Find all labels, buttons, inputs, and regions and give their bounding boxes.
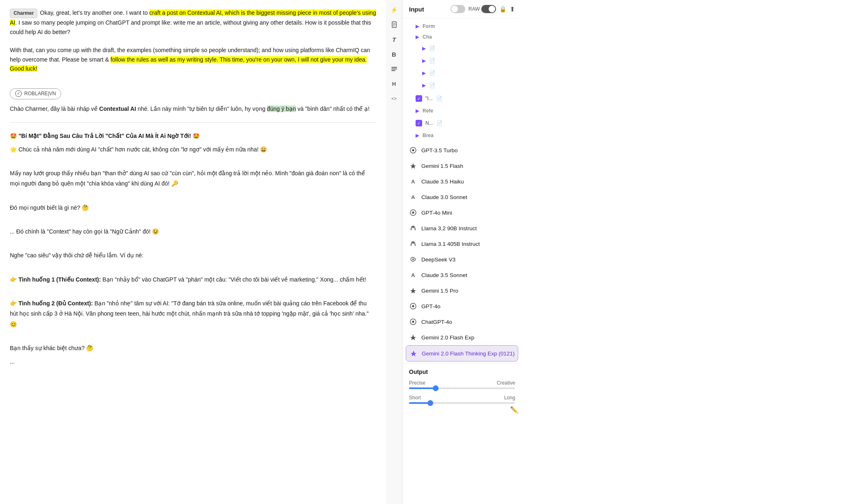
cha-item1[interactable]: ▶ 📄 (422, 42, 515, 55)
checkbox1[interactable] (416, 95, 422, 102)
break-section-row[interactable]: ▶ Brea (409, 130, 515, 141)
model-name-gemini20flashexp: Gemini 2.0 Flash Exp (421, 334, 474, 341)
checkbox2[interactable] (416, 120, 422, 126)
checkbox1-file: 📄 (436, 95, 442, 102)
charmer-label: Charmer (10, 9, 37, 18)
short-label: Short (409, 395, 421, 401)
precise-creative-track[interactable] (409, 387, 515, 389)
checkbox-row2[interactable]: N... 📄 (409, 116, 515, 130)
raw-toggle[interactable] (481, 5, 496, 13)
model-name-gpt35: GPT-3.5 Turbo (421, 147, 458, 153)
post-line5: Nghe "cao siêu" vậy thôi chứ dễ hiểu lắm… (10, 250, 376, 261)
post-line3: Đó mọi người biết là gì nè? 🤔 (10, 203, 376, 213)
checkbox2-file: 📄 (437, 119, 443, 127)
gemini-icon-15pro (409, 286, 417, 295)
model-item-gpt4o[interactable]: GPT-4o (402, 298, 522, 314)
cha-item4[interactable]: ▶ 📄 (422, 79, 515, 92)
form-section-row[interactable]: ▶ Form (409, 21, 515, 32)
model-item-gemini15flash[interactable]: Gemini 1.5 Flash (402, 158, 522, 174)
cha-item3[interactable]: ▶ 📄 (422, 67, 515, 79)
break-section-label: Brea (423, 133, 434, 138)
openai-icon-gpt4o (409, 302, 417, 310)
short-long-row: Short Long (409, 395, 515, 404)
upload-icon[interactable]: ⬆ (510, 5, 515, 13)
checkbox2-label: N... (425, 120, 433, 126)
toolbar-align-icon[interactable] (388, 62, 401, 76)
model-item-gemini20flashthinking[interactable]: Gemini 2.0 Flash Thinking Exp (0121) (406, 345, 518, 362)
toolbar-doc-icon[interactable] (388, 18, 401, 31)
model-item-llama31405b[interactable]: Llama 3.1 405B Instruct (402, 236, 522, 252)
main-content: CharmerOkay, great, let's try another on… (0, 0, 386, 504)
anthropic-icon-claude35haiku: A (409, 177, 417, 186)
model-item-gpt35[interactable]: GPT-3.5 Turbo (402, 142, 522, 158)
model-item-claude35haiku[interactable]: A Claude 3.5 Haiku (402, 174, 522, 189)
response-intro-text: Chào Charmer, đây là bài nháp về (10, 105, 99, 112)
response-intro3: luôn, hy vọng (229, 105, 267, 112)
situation1-text: Bạn "nhảy bổ" vào ChatGPT và "phán" một … (101, 276, 366, 283)
model-name-gpt4o: GPT-4o (421, 303, 441, 309)
post-title: 🤩 "Bí Mật" Đằng Sau Câu Trả Lời "Chất" C… (10, 133, 200, 139)
model-item-chatgpt4o[interactable]: ChatGPT-4o (402, 314, 522, 330)
separator (10, 122, 376, 123)
model-name-llama3290b: Llama 3.2 90B Instruct (421, 225, 477, 231)
short-long-track[interactable] (409, 402, 515, 404)
lock-icon: 🔒 (499, 6, 506, 12)
situation1-label: 👉 Tình huống 1 (Thiếu Context): (10, 276, 101, 283)
precise-creative-labels: Precise Creative (409, 380, 515, 386)
user-message-block: CharmerOkay, great, let's try another on… (10, 8, 376, 73)
model-item-gemini15pro[interactable]: Gemini 1.5 Pro (402, 283, 522, 298)
user-message-text2: . I saw so many people jumping on ChatGP… (10, 19, 371, 35)
model-item-llama3290b[interactable]: Llama 3.2 90B Instruct (402, 220, 522, 236)
model-item-claude35sonnet[interactable]: A Claude 3.5 Sonnet (402, 267, 522, 283)
svg-marker-17 (411, 351, 416, 356)
short-long-thumb[interactable] (427, 400, 433, 406)
openai-icon-gpt35 (409, 146, 417, 154)
svg-rect-6 (391, 70, 395, 71)
checkbox-row1[interactable]: "I... 📄 (409, 92, 515, 105)
cha-section-row[interactable]: ▶ Cha (409, 32, 515, 42)
post-line6: Bạn thấy sự khác biệt chưa? 🤔 (10, 343, 376, 353)
right-sidebar: ⚡ T B H <> Input (386, 0, 522, 504)
toolbar-lightning-icon[interactable]: ⚡ (388, 3, 401, 16)
cha-collapse-arrow: ▶ (416, 34, 419, 40)
cha-file1: 📄 (429, 45, 435, 52)
gemini-icon-20flashthinking (409, 349, 418, 357)
meta-icon-llama3290b (409, 224, 417, 232)
sections-area: ▶ Form ▶ Cha ▶ 📄 ▶ 📄 (402, 18, 522, 141)
anthropic-icon-claude30sonnet: A (409, 193, 417, 201)
svg-marker-8 (410, 163, 416, 169)
post-line7: ... (10, 357, 376, 367)
model-name-gemini15pro: Gemini 1.5 Pro (421, 288, 458, 294)
model-item-deepseekv3[interactable]: DeepSeek V3 (402, 252, 522, 267)
response-intro-block: Chào Charmer, đây là bài nháp về Context… (10, 104, 376, 114)
input-toggle[interactable] (450, 5, 465, 13)
svg-rect-4 (391, 67, 397, 68)
toolbar-bold-icon[interactable]: B (388, 48, 401, 61)
raw-toggle-group: RAW (469, 5, 496, 13)
precise-creative-thumb[interactable] (433, 385, 439, 391)
refe-section-row[interactable]: ▶ Refe (409, 105, 515, 116)
gemini-icon-20flashexp (409, 333, 417, 341)
toolbar-heading-icon[interactable]: H (388, 77, 401, 90)
response-quote2: "bình dân" (305, 105, 331, 112)
toolbar-code-icon[interactable]: <> (388, 92, 401, 105)
form-section-label: Form (423, 23, 435, 29)
toolbar-italic-icon[interactable]: T (388, 33, 401, 46)
cha-item2[interactable]: ▶ 📄 (422, 55, 515, 67)
raw-toggle-knob (489, 6, 495, 12)
response-quote1: "tự biên tự diễn" (187, 105, 229, 112)
model-name-claude30sonnet: Claude 3.0 Sonnet (421, 194, 467, 200)
model-item-gpt4omini[interactable]: GPT-4o Mini (402, 205, 522, 220)
checkbox1-label: "I... (425, 96, 433, 101)
response-intro4: và (296, 105, 306, 112)
input-controls: RAW 🔒 ⬆ (450, 5, 515, 13)
model-name-claude35haiku: Claude 3.5 Haiku (421, 179, 464, 185)
model-name-gemini15flash: Gemini 1.5 Flash (421, 163, 463, 169)
openai-icon-gpt4omini (409, 208, 417, 217)
model-item-gemini20flashexp[interactable]: Gemini 2.0 Flash Exp (402, 330, 522, 345)
edit-icon[interactable]: ✏️ (510, 406, 518, 414)
post-situation1: 👉 Tình huống 1 (Thiếu Context): Bạn "nhả… (10, 275, 376, 285)
response-intro2: nhé. Lần này mình (136, 105, 187, 112)
input-title: Input (409, 6, 424, 13)
model-item-claude30sonnet[interactable]: A Claude 3.0 Sonnet (402, 189, 522, 205)
